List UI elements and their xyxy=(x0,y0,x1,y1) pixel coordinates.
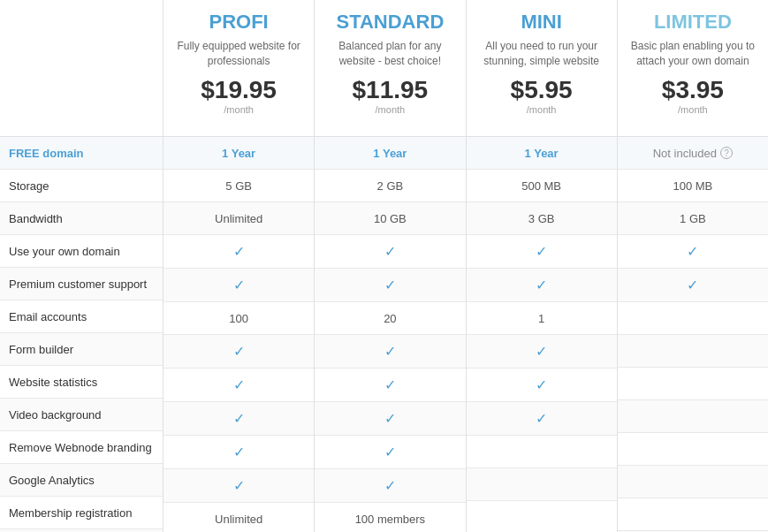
row-email-accounts: Email accounts xyxy=(0,300,163,333)
profi-premium-support: ✓ xyxy=(163,269,314,301)
row-form-builder: Form builder xyxy=(0,333,163,366)
profi-remove-branding: ✓ xyxy=(163,436,314,468)
profi-email-accounts: 100 xyxy=(163,302,314,334)
profi-domain: 1 Year xyxy=(163,137,314,169)
profi-website-stats: ✓ xyxy=(163,369,314,401)
mini-period: /month xyxy=(527,104,557,115)
standard-form-builder: ✓ xyxy=(315,335,465,368)
label-video-bg: Video background xyxy=(0,399,163,430)
standard-price: $11.95 xyxy=(353,76,429,104)
standard-premium-support: ✓ xyxy=(315,269,465,301)
row-storage: Storage xyxy=(0,170,163,202)
profi-form-builder: ✓ xyxy=(163,335,314,368)
profi-membership: Unlimited xyxy=(163,503,314,532)
profi-period: /month xyxy=(224,104,254,115)
mini-google-analytics xyxy=(467,468,617,500)
standard-period: /month xyxy=(376,104,406,115)
row-google-analytics: Google Analytics xyxy=(0,464,163,497)
row-membership: Membership registration xyxy=(0,497,163,529)
label-storage: Storage xyxy=(0,170,163,201)
standard-video-bg: ✓ xyxy=(315,402,465,435)
limited-remove-branding xyxy=(618,433,768,465)
mini-price: $5.95 xyxy=(511,76,573,104)
info-icon[interactable]: ? xyxy=(720,147,733,159)
plan-standard: STANDARD Balanced plan for any website -… xyxy=(315,0,466,532)
limited-video-bg xyxy=(618,400,768,432)
limited-period: /month xyxy=(678,104,708,115)
mini-membership xyxy=(467,501,617,532)
plan-limited: LIMITED Basic plan enabling you to attac… xyxy=(618,0,768,532)
row-premium-support: Premium customer support xyxy=(0,268,163,300)
profi-video-bg: ✓ xyxy=(163,402,314,435)
standard-email-accounts: 20 xyxy=(315,302,465,334)
mini-desc: All you need to run your stunning, simpl… xyxy=(474,39,610,69)
limited-membership xyxy=(618,498,768,530)
label-remove-branding: Remove Webnode branding xyxy=(0,431,163,463)
profi-desc: Fully equipped website for professionals xyxy=(171,39,307,69)
profi-bandwidth: Unlimited xyxy=(163,202,314,234)
mini-email-accounts: 1 xyxy=(467,302,617,334)
limited-premium-support: ✓ xyxy=(618,269,768,301)
not-included-text: Not included xyxy=(653,147,717,160)
mini-premium-support: ✓ xyxy=(467,269,617,301)
mini-domain: 1 Year xyxy=(467,137,617,169)
limited-own-domain: ✓ xyxy=(618,235,768,268)
standard-own-domain: ✓ xyxy=(315,235,465,268)
standard-remove-branding: ✓ xyxy=(315,436,465,468)
mini-storage: 500 MB xyxy=(467,170,617,201)
pricing-table: FREE domain Storage Bandwidth Use your o… xyxy=(0,0,768,532)
row-own-domain: Use your own domain xyxy=(0,235,163,268)
standard-google-analytics: ✓ xyxy=(315,469,465,502)
standard-website-stats: ✓ xyxy=(315,369,465,401)
profi-storage: 5 GB xyxy=(163,170,314,201)
label-header-empty xyxy=(0,0,163,137)
limited-domain: Not included ? xyxy=(618,137,768,169)
profi-price: $19.95 xyxy=(201,76,277,104)
label-premium-support: Premium customer support xyxy=(0,268,163,300)
row-remove-branding: Remove Webnode branding xyxy=(0,431,163,464)
standard-header: STANDARD Balanced plan for any website -… xyxy=(315,0,465,137)
label-own-domain: Use your own domain xyxy=(0,235,163,267)
mini-website-stats: ✓ xyxy=(467,369,617,401)
mini-bandwidth: 3 GB xyxy=(467,202,617,234)
row-bandwidth: Bandwidth xyxy=(0,202,163,235)
row-video-bg: Video background xyxy=(0,399,163,431)
label-form-builder: Form builder xyxy=(0,333,163,365)
label-membership: Membership registration xyxy=(0,497,163,528)
label-email-accounts: Email accounts xyxy=(0,300,163,332)
standard-storage: 2 GB xyxy=(315,170,465,201)
standard-bandwidth: 10 GB xyxy=(315,202,465,234)
standard-name: STANDARD xyxy=(336,11,444,34)
limited-website-stats xyxy=(618,368,768,399)
limited-google-analytics xyxy=(618,466,768,498)
label-google-analytics: Google Analytics xyxy=(0,464,163,496)
limited-form-builder xyxy=(618,335,768,367)
row-free-domain: FREE domain xyxy=(0,137,163,170)
limited-storage: 100 MB xyxy=(618,170,768,201)
limited-price: $3.95 xyxy=(662,76,724,104)
limited-email-accounts xyxy=(618,302,768,334)
profi-name: PROFI xyxy=(209,11,269,34)
standard-domain: 1 Year xyxy=(315,137,465,169)
label-bandwidth: Bandwidth xyxy=(0,202,163,234)
mini-name: MINI xyxy=(521,11,561,34)
standard-membership: 100 members xyxy=(315,503,465,532)
limited-desc: Basic plan enabling you to attach your o… xyxy=(625,39,761,69)
plans-grid: FREE domain Storage Bandwidth Use your o… xyxy=(0,0,768,532)
mini-own-domain: ✓ xyxy=(467,235,617,268)
mini-remove-branding xyxy=(467,436,617,467)
limited-bandwidth: 1 GB xyxy=(618,202,768,234)
mini-form-builder: ✓ xyxy=(467,335,617,368)
labels-column: FREE domain Storage Bandwidth Use your o… xyxy=(0,0,163,532)
label-free-domain: FREE domain xyxy=(0,137,163,169)
profi-header: PROFI Fully equipped website for profess… xyxy=(163,0,314,137)
label-website-stats: Website statistics xyxy=(0,366,163,398)
limited-header: LIMITED Basic plan enabling you to attac… xyxy=(618,0,768,137)
plan-mini: MINI All you need to run your stunning, … xyxy=(467,0,618,532)
mini-header: MINI All you need to run your stunning, … xyxy=(467,0,617,137)
plan-profi: PROFI Fully equipped website for profess… xyxy=(163,0,315,532)
standard-desc: Balanced plan for any website - best cho… xyxy=(322,39,458,69)
profi-google-analytics: ✓ xyxy=(163,469,314,502)
limited-name: LIMITED xyxy=(654,11,732,34)
row-website-stats: Website statistics xyxy=(0,366,163,399)
